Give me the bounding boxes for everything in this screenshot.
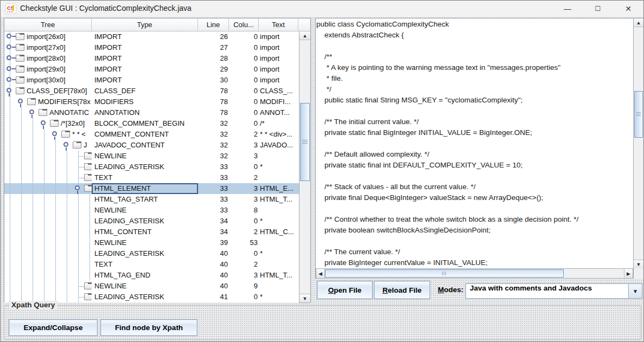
- find-node-by-xpath-button[interactable]: Find node by Xpath: [100, 319, 197, 336]
- close-icon[interactable]: ✕: [613, 1, 643, 17]
- line-cell[interactable]: 28: [198, 53, 229, 64]
- text-cell[interactable]: *: [259, 162, 299, 172]
- column-cell[interactable]: 2: [229, 227, 259, 237]
- text-cell[interactable]: HTML_C...: [259, 227, 299, 237]
- type-cell[interactable]: HTML_ELEMENT: [92, 183, 198, 194]
- column-cell[interactable]: 8: [229, 205, 259, 216]
- tree-cell[interactable]: [4, 172, 92, 183]
- line-cell[interactable]: 29: [198, 64, 229, 75]
- text-cell[interactable]: [259, 205, 299, 216]
- text-cell[interactable]: import: [259, 42, 299, 53]
- column-cell[interactable]: 0: [229, 75, 259, 86]
- table-row[interactable]: LEADING_ASTERISK340*: [4, 216, 299, 227]
- line-cell[interactable]: 33: [198, 194, 229, 205]
- text-cell[interactable]: JAVADO...: [259, 140, 299, 151]
- line-cell[interactable]: 27: [198, 42, 229, 53]
- text-cell[interactable]: *: [259, 248, 299, 259]
- text-cell[interactable]: import: [259, 31, 299, 42]
- column-cell[interactable]: 0: [229, 86, 259, 96]
- type-cell[interactable]: IMPORT: [92, 42, 198, 53]
- line-cell[interactable]: 33: [198, 162, 229, 172]
- collapse-handle-icon[interactable]: [52, 131, 57, 136]
- table-row[interactable]: HTML_TAG_START333HTML_T...: [4, 194, 299, 205]
- type-cell[interactable]: IMPORT: [92, 31, 198, 42]
- type-cell[interactable]: TEXT: [92, 259, 198, 270]
- table-row[interactable]: NEWLINE3953: [4, 237, 299, 248]
- column-cell[interactable]: 0: [229, 64, 259, 75]
- scroll-up-icon[interactable]: ▲: [634, 18, 643, 27]
- line-cell[interactable]: 26: [198, 31, 229, 42]
- reload-file-button[interactable]: Reload File: [374, 281, 430, 299]
- column-cell[interactable]: 53: [229, 237, 259, 248]
- type-cell[interactable]: IMPORT: [92, 53, 198, 64]
- line-cell[interactable]: 32: [198, 129, 229, 140]
- tree-cell[interactable]: * * <: [4, 129, 92, 140]
- type-cell[interactable]: LEADING_ASTERISK: [92, 248, 198, 259]
- column-cell[interactable]: 2: [229, 259, 259, 270]
- column-header-line[interactable]: Line: [198, 18, 229, 31]
- column-cell[interactable]: 0: [229, 42, 259, 53]
- text-cell[interactable]: HTML_E...: [259, 183, 299, 194]
- text-cell[interactable]: /*: [259, 118, 299, 129]
- table-row[interactable]: NEWLINE409: [4, 281, 299, 292]
- tree-cell[interactable]: J: [4, 140, 92, 151]
- column-cell[interactable]: 2: [229, 172, 259, 183]
- type-cell[interactable]: LEADING_ASTERISK: [92, 162, 198, 172]
- text-cell[interactable]: [259, 151, 299, 162]
- expand-handle-icon[interactable]: [7, 77, 11, 82]
- table-row[interactable]: HTML_ELEMENT333HTML_E...: [4, 183, 299, 194]
- text-cell[interactable]: ANNOT...: [259, 107, 299, 118]
- column-cell[interactable]: 3: [229, 140, 259, 151]
- line-cell[interactable]: 30: [198, 75, 229, 86]
- tree-cell[interactable]: [4, 248, 92, 259]
- tree-cell[interactable]: [4, 183, 92, 194]
- table-row[interactable]: import[29x0]IMPORT290import: [4, 64, 299, 75]
- type-cell[interactable]: HTML_CONTENT: [92, 227, 198, 237]
- tree-cell[interactable]: [4, 151, 92, 162]
- text-cell[interactable]: * * <div>...: [259, 129, 299, 140]
- line-cell[interactable]: 34: [198, 216, 229, 227]
- table-row[interactable]: CLASS_DEF[78x0]CLASS_DEF780CLASS_...: [4, 86, 299, 96]
- scroll-right-icon[interactable]: ▶: [624, 269, 633, 278]
- line-cell[interactable]: 33: [198, 183, 229, 194]
- column-cell[interactable]: 3: [229, 151, 259, 162]
- line-cell[interactable]: 41: [198, 292, 229, 302]
- type-cell[interactable]: IMPORT: [92, 75, 198, 86]
- collapse-handle-icon[interactable]: [63, 142, 68, 147]
- type-cell[interactable]: IMPORT: [92, 64, 198, 75]
- type-cell[interactable]: NEWLINE: [92, 151, 198, 162]
- column-cell[interactable]: 2: [229, 129, 259, 140]
- minimize-icon[interactable]: —: [552, 1, 583, 17]
- scroll-left-icon[interactable]: ◀: [316, 269, 325, 278]
- tree-cell[interactable]: [4, 270, 92, 281]
- type-cell[interactable]: NEWLINE: [92, 281, 198, 292]
- tree-cell[interactable]: import[30x0]: [4, 75, 92, 86]
- line-cell[interactable]: 40: [198, 270, 229, 281]
- column-cell[interactable]: 0: [229, 162, 259, 172]
- table-row[interactable]: NEWLINE338: [4, 205, 299, 216]
- type-cell[interactable]: JAVADOC_CONTENT: [92, 140, 198, 151]
- column-cell[interactable]: 0: [229, 216, 259, 227]
- line-cell[interactable]: 32: [198, 118, 229, 129]
- table-row[interactable]: import[30x0]IMPORT300import: [4, 75, 299, 86]
- expand-handle-icon[interactable]: [7, 44, 11, 49]
- text-cell[interactable]: [259, 259, 299, 270]
- type-cell[interactable]: LEADING_ASTERISK: [92, 292, 198, 302]
- table-row[interactable]: import[28x0]IMPORT280import: [4, 53, 299, 64]
- line-cell[interactable]: 78: [198, 86, 229, 96]
- table-row[interactable]: NEWLINE323: [4, 151, 299, 162]
- tree-cell[interactable]: import[29x0]: [4, 64, 92, 75]
- line-cell[interactable]: 78: [198, 107, 229, 118]
- table-row[interactable]: import[27x0]IMPORT270import: [4, 42, 299, 53]
- line-cell[interactable]: 33: [198, 205, 229, 216]
- column-header-type[interactable]: Type: [92, 18, 198, 31]
- tree-cell[interactable]: [4, 194, 92, 205]
- table-row[interactable]: LEADING_ASTERISK400*: [4, 248, 299, 259]
- modes-combobox[interactable]: Java with comments and Javadocs ▼: [466, 283, 642, 299]
- expand-handle-icon[interactable]: [7, 34, 11, 38]
- tree-vertical-scrollbar[interactable]: ▲ ▼: [299, 31, 310, 303]
- table-row[interactable]: HTML_TAG_END403HTML_T...: [4, 270, 299, 281]
- collapse-handle-icon[interactable]: [75, 185, 80, 190]
- column-cell[interactable]: 9: [229, 281, 259, 292]
- column-cell[interactable]: 0: [229, 31, 259, 42]
